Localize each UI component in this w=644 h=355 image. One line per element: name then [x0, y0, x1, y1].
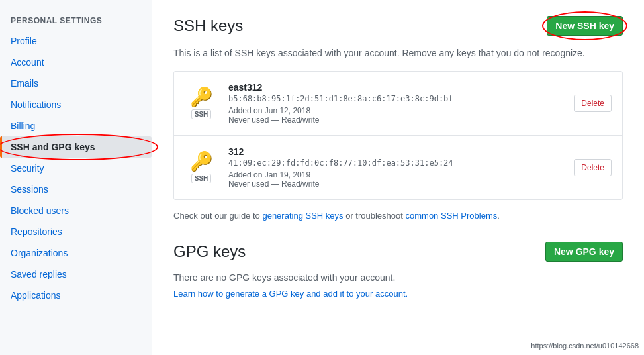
key-added: Added on Jun 12, 2018 — [228, 106, 310, 115]
ssh-badge: SSH — [191, 109, 212, 119]
sidebar-item-ssh-gpg-keys[interactable]: SSH and GPG keys — [0, 136, 152, 158]
main-content: SSH keys New SSH key This is a list of S… — [152, 0, 644, 355]
ssh-section-title: SSH keys — [173, 17, 243, 35]
footer-text-after: . — [497, 211, 500, 221]
key-usage: Never used — Read/write — [228, 115, 319, 125]
delete-key-button[interactable]: Delete — [574, 159, 612, 176]
key-icon: 🔑 — [190, 152, 213, 171]
sidebar-item-saved-replies[interactable]: Saved replies — [0, 264, 152, 285]
gpg-section: GPG keys New GPG key There are no GPG ke… — [173, 242, 623, 299]
common-ssh-problems-link[interactable]: common SSH Problems — [406, 211, 498, 221]
key-icon: 🔑 — [190, 88, 213, 107]
new-gpg-key-button[interactable]: New GPG key — [545, 242, 623, 262]
gpg-empty-text: There are no GPG keys associated with yo… — [173, 272, 623, 283]
sidebar-item-sessions[interactable]: Sessions — [0, 179, 152, 200]
key-name: east312 — [228, 82, 563, 93]
sidebar-item-notifications[interactable]: Notifications — [0, 94, 152, 115]
key-icon-wrap: 🔑 SSH — [185, 88, 218, 119]
sidebar-item-organizations[interactable]: Organizations — [0, 242, 152, 264]
new-ssh-key-button[interactable]: New SSH key — [547, 16, 623, 36]
key-delete-wrap: Delete — [574, 159, 612, 176]
sidebar-item-emails[interactable]: Emails — [0, 73, 152, 94]
key-name: 312 — [228, 146, 563, 157]
sidebar-item-billing[interactable]: Billing — [0, 115, 152, 136]
key-fingerprint: 41:09:ec:29:fd:fd:0c:f8:77:10:df:ea:53:3… — [228, 158, 563, 168]
sidebar-title: Personal settings — [0, 11, 152, 30]
sidebar: Personal settings Profile Account Emails… — [0, 0, 152, 355]
ssh-description: This is a list of SSH keys associated wi… — [173, 46, 623, 60]
ssh-badge: SSH — [191, 174, 212, 183]
key-icon-wrap: 🔑 SSH — [185, 152, 218, 183]
ssh-key-item: 🔑 SSH east312 b5:68:b8:95:1f:2d:51:d1:8e… — [174, 72, 622, 136]
url-bar: https://blog.csdn.net/u010142668 — [531, 342, 639, 350]
sidebar-item-account[interactable]: Account — [0, 52, 152, 73]
sidebar-item-blocked-users[interactable]: Blocked users — [0, 200, 152, 221]
ssh-footer-text: Check out our guide to generating SSH ke… — [173, 211, 623, 221]
key-details: east312 b5:68:b8:95:1f:2d:51:d1:8e:8a:c6… — [228, 82, 563, 125]
key-added: Added on Jan 19, 2019 — [228, 170, 310, 179]
key-fingerprint: b5:68:b8:95:1f:2d:51:d1:8e:8a:c6:17:e3:8… — [228, 94, 563, 103]
key-meta: Added on Jun 12, 2018 Never used — Read/… — [228, 106, 563, 125]
gpg-learn-link[interactable]: Learn how to generate a GPG key and add … — [173, 289, 408, 299]
ssh-section-header: SSH keys New SSH key — [173, 16, 623, 36]
gpg-section-header: GPG keys New GPG key — [173, 242, 623, 262]
generating-ssh-keys-link[interactable]: generating SSH keys — [262, 211, 343, 221]
key-details: 312 41:09:ec:29:fd:fd:0c:f8:77:10:df:ea:… — [228, 146, 563, 189]
delete-key-button[interactable]: Delete — [574, 95, 612, 112]
ssh-keys-list: 🔑 SSH east312 b5:68:b8:95:1f:2d:51:d1:8e… — [173, 71, 623, 200]
key-meta: Added on Jan 19, 2019 Never used — Read/… — [228, 170, 563, 189]
gpg-section-title: GPG keys — [173, 242, 246, 261]
footer-text-mid: or troubleshoot — [344, 211, 406, 221]
sidebar-item-repositories[interactable]: Repositories — [0, 221, 152, 242]
ssh-key-item: 🔑 SSH 312 41:09:ec:29:fd:fd:0c:f8:77:10:… — [174, 136, 622, 199]
sidebar-item-profile[interactable]: Profile — [0, 30, 152, 52]
key-usage: Never used — Read/write — [228, 179, 319, 189]
sidebar-item-security[interactable]: Security — [0, 158, 152, 179]
sidebar-item-applications[interactable]: Applications — [0, 285, 152, 306]
footer-text-before: Check out our guide to — [173, 211, 262, 221]
key-delete-wrap: Delete — [574, 95, 612, 112]
